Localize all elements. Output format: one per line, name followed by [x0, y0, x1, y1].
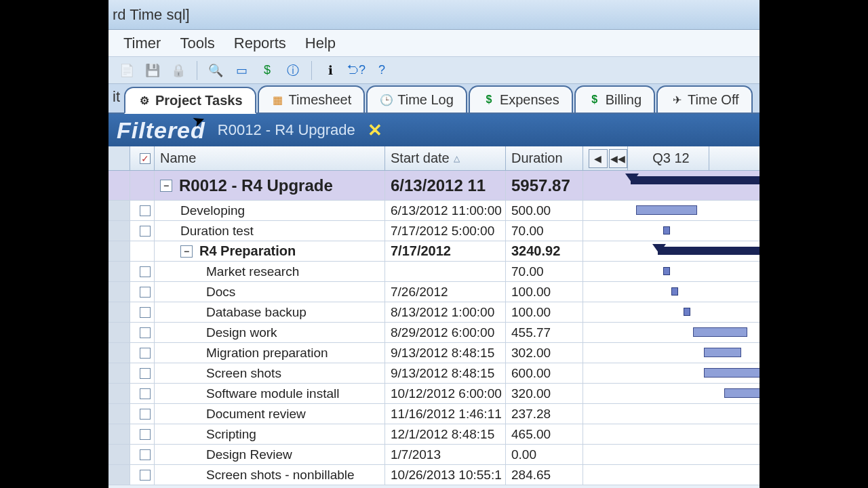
- tab-billing[interactable]: $ Billing: [574, 85, 655, 113]
- lock-icon[interactable]: 🔒: [168, 60, 189, 81]
- row-checkbox-cell[interactable]: [130, 465, 155, 485]
- task-name-cell[interactable]: Developing: [155, 201, 385, 220]
- tab-timesheet[interactable]: ▦ Timesheet: [258, 85, 366, 113]
- table-row[interactable]: −R4 Preparation7/17/20123240.92: [108, 241, 760, 262]
- gantt-bar[interactable]: [631, 176, 760, 184]
- info-blue-icon[interactable]: ⓘ: [283, 60, 303, 81]
- gantt-bar[interactable]: [704, 348, 741, 357]
- row-handle[interactable]: [108, 302, 130, 322]
- row-checkbox-cell[interactable]: [130, 384, 155, 403]
- duration-cell[interactable]: 100.00: [506, 282, 583, 302]
- start-date-cell[interactable]: [385, 262, 506, 281]
- row-handle[interactable]: [108, 404, 130, 424]
- start-date-cell[interactable]: 10/26/2013 10:55:1: [385, 465, 506, 485]
- gantt-bar[interactable]: [724, 388, 760, 398]
- table-row[interactable]: Market research70.00: [108, 262, 760, 282]
- save-icon[interactable]: 💾: [142, 60, 163, 81]
- duration-cell[interactable]: 70.00: [506, 221, 583, 241]
- duration-cell[interactable]: 3240.92: [506, 241, 583, 261]
- check-all-header[interactable]: [130, 146, 155, 170]
- gantt-bar[interactable]: [663, 267, 670, 275]
- expander-icon[interactable]: −: [160, 180, 172, 192]
- duration-cell[interactable]: 500.00: [506, 201, 583, 220]
- row-handle[interactable]: [108, 323, 130, 342]
- table-row[interactable]: −R0012 - R4 Upgrade6/13/2012 115957.87: [108, 171, 760, 201]
- col-duration-header[interactable]: Duration: [506, 146, 583, 170]
- duration-cell[interactable]: 302.00: [506, 343, 583, 363]
- task-name-cell[interactable]: −R4 Preparation: [155, 241, 385, 261]
- task-name-cell[interactable]: Design work: [155, 323, 385, 342]
- start-date-cell[interactable]: 7/17/2012 5:00:00: [385, 221, 506, 241]
- duration-cell[interactable]: 465.00: [506, 424, 583, 444]
- col-quarter-header[interactable]: Q3 12: [628, 146, 709, 170]
- row-handle[interactable]: [108, 282, 130, 302]
- gantt-bar[interactable]: [704, 368, 760, 378]
- gantt-bar[interactable]: [636, 205, 697, 215]
- table-row[interactable]: Migration preparation9/13/2012 8:48:1530…: [108, 343, 760, 363]
- money-icon[interactable]: $: [257, 60, 277, 81]
- menu-reports[interactable]: Reports: [234, 35, 286, 52]
- row-handle[interactable]: [108, 445, 130, 464]
- row-checkbox-cell[interactable]: [130, 171, 155, 200]
- new-icon[interactable]: 📄: [117, 60, 137, 81]
- start-date-cell[interactable]: 12/1/2012 8:48:15: [385, 424, 506, 444]
- duration-cell[interactable]: 5957.87: [506, 171, 583, 200]
- row-checkbox-cell[interactable]: [130, 262, 155, 281]
- table-row[interactable]: Scripting12/1/2012 8:48:15465.00: [108, 424, 760, 445]
- row-handle[interactable]: [108, 221, 130, 241]
- expander-icon[interactable]: −: [180, 245, 193, 258]
- start-date-cell[interactable]: 7/17/2012: [385, 241, 506, 261]
- row-checkbox-cell[interactable]: [130, 323, 155, 342]
- table-row[interactable]: Duration test7/17/2012 5:00:0070.00: [108, 221, 760, 241]
- table-row[interactable]: Developing6/13/2012 11:00:00500.00: [108, 201, 760, 221]
- row-checkbox-cell[interactable]: [130, 363, 155, 383]
- search-icon[interactable]: 🔍: [205, 60, 226, 81]
- table-row[interactable]: Screen shots - nonbillable10/26/2013 10:…: [108, 465, 760, 485]
- help-icon[interactable]: ?: [372, 60, 392, 81]
- task-name-cell[interactable]: −R0012 - R4 Upgrade: [155, 171, 385, 200]
- task-name-cell[interactable]: Design Review: [155, 445, 385, 464]
- row-checkbox-cell[interactable]: [130, 221, 155, 241]
- start-date-cell[interactable]: 1/7/2013: [385, 445, 506, 464]
- row-checkbox-cell[interactable]: [130, 343, 155, 363]
- task-name-cell[interactable]: Screen shots: [155, 363, 385, 383]
- gantt-bar[interactable]: [684, 308, 690, 316]
- start-date-cell[interactable]: 11/16/2012 1:46:11: [385, 404, 506, 424]
- task-name-cell[interactable]: Document review: [155, 404, 385, 424]
- row-checkbox-cell[interactable]: [130, 445, 155, 464]
- clear-filter-icon[interactable]: ✕: [368, 120, 382, 141]
- start-date-cell[interactable]: 6/13/2012 11:00:00: [385, 201, 506, 220]
- gantt-bar[interactable]: [693, 327, 747, 337]
- gantt-prev-icon[interactable]: ◀: [589, 149, 608, 168]
- gantt-bar[interactable]: [658, 247, 760, 255]
- start-date-cell[interactable]: 9/13/2012 8:48:15: [385, 363, 506, 383]
- row-checkbox-cell[interactable]: [130, 201, 155, 220]
- row-checkbox-cell[interactable]: [130, 241, 155, 261]
- table-row[interactable]: Screen shots9/13/2012 8:48:15600.00: [108, 363, 760, 384]
- tab-project-tasks[interactable]: ⚙ Project Tasks: [124, 87, 256, 114]
- start-date-cell[interactable]: 7/26/2012: [385, 282, 506, 302]
- row-handle[interactable]: [108, 384, 130, 403]
- col-name-header[interactable]: Name: [155, 146, 385, 170]
- row-handle[interactable]: [108, 262, 130, 281]
- row-handle[interactable]: [108, 171, 130, 200]
- gantt-rewind-icon[interactable]: ◀◀: [609, 149, 628, 168]
- gantt-bar[interactable]: [663, 226, 670, 235]
- row-handle[interactable]: [108, 465, 130, 485]
- help-arrow-icon[interactable]: ⮌?: [346, 60, 366, 81]
- table-row[interactable]: Software module install10/12/2012 6:00:0…: [108, 384, 760, 404]
- table-row[interactable]: Design Review1/7/20130.00: [108, 445, 760, 465]
- duration-cell[interactable]: 600.00: [506, 363, 583, 383]
- row-checkbox-cell[interactable]: [130, 302, 155, 322]
- duration-cell[interactable]: 320.00: [506, 384, 583, 403]
- task-name-cell[interactable]: Market research: [155, 262, 385, 281]
- task-name-cell[interactable]: Software module install: [155, 384, 385, 403]
- duration-cell[interactable]: 70.00: [506, 262, 583, 281]
- row-handle[interactable]: [108, 343, 130, 363]
- menu-help[interactable]: Help: [305, 35, 336, 52]
- duration-cell[interactable]: 0.00: [506, 445, 583, 464]
- col-start-header[interactable]: Start date△: [385, 146, 506, 170]
- tab-time-log[interactable]: 🕒 Time Log: [366, 85, 467, 113]
- task-name-cell[interactable]: Database backup: [155, 302, 385, 322]
- menu-tools[interactable]: Tools: [180, 35, 214, 52]
